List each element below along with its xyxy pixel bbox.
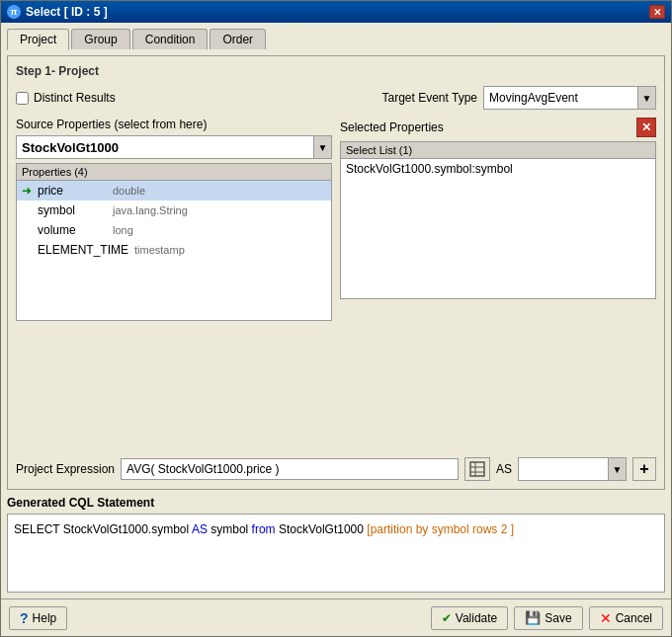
prop-type-symbol: java.lang.String	[113, 204, 188, 216]
cancel-button[interactable]: ✕ Cancel	[589, 606, 663, 630]
help-button[interactable]: ? Help	[9, 606, 67, 630]
source-dropdown-arrow[interactable]: ▼	[313, 136, 331, 158]
cancel-icon: ✕	[600, 610, 612, 626]
tab-order[interactable]: Order	[210, 29, 266, 49]
expression-label: Project Expression	[16, 462, 115, 476]
table-icon	[469, 461, 485, 477]
tab-project[interactable]: Project	[7, 29, 69, 50]
prop-type-element-time: timestamp	[134, 244, 185, 256]
expression-icon-button[interactable]	[464, 457, 490, 481]
as-select-value	[519, 467, 608, 471]
step-title: Step 1- Project	[16, 64, 656, 78]
svg-rect-0	[470, 462, 484, 476]
as-label: AS	[496, 462, 512, 476]
selected-item-empty2	[341, 199, 655, 218]
property-row-empty1	[17, 260, 331, 279]
close-button[interactable]: ✕	[649, 5, 665, 19]
selected-item-0[interactable]: StockVolGt1000.symbol:symbol	[341, 159, 655, 179]
as-select-container[interactable]: ▼	[518, 457, 627, 481]
footer-right: ✔ Validate 💾 Save ✕ Cancel	[431, 606, 663, 630]
properties-container: Properties (4) ➜ price double ➜ symbol j…	[16, 163, 332, 321]
source-dropdown-container[interactable]: StockVolGt1000 ▼	[16, 135, 332, 159]
property-row-volume[interactable]: ➜ volume long	[17, 220, 331, 240]
selected-container: Select List (1) StockVolGt1000.symbol:sy…	[340, 141, 656, 299]
cql-text: SELECT StockVolGt1000.symbol AS symbol f…	[14, 522, 514, 536]
main-window: π Select [ ID : 5 ] ✕ Project Group Cond…	[0, 0, 672, 637]
window-title: Select [ ID : 5 ]	[26, 5, 108, 19]
tab-condition[interactable]: Condition	[132, 29, 209, 49]
help-icon: ?	[20, 610, 29, 626]
prop-name-element-time: ELEMENT_TIME	[38, 243, 128, 257]
property-row-empty3	[17, 299, 331, 319]
source-side: Source Properties (select from here) Sto…	[16, 118, 332, 449]
selected-list-header: Select List (1)	[341, 142, 655, 159]
cql-text-box: SELECT StockVolGt1000.symbol AS symbol f…	[7, 514, 665, 593]
save-icon: 💾	[525, 610, 541, 625]
selected-item-empty1	[341, 179, 655, 199]
cql-section: Generated CQL Statement SELECT StockVolG…	[7, 496, 665, 593]
distinct-results-container: Distinct Results	[16, 91, 116, 105]
source-dropdown-value: StockVolGt1000	[17, 138, 313, 157]
selected-side: Selected Properties ✕ Select List (1) St…	[340, 118, 656, 449]
property-row-symbol[interactable]: ➜ symbol java.lang.String	[17, 200, 331, 220]
target-event-label: Target Event Type	[381, 91, 477, 105]
target-event-section: Target Event Type MovingAvgEvent ▼	[381, 86, 656, 110]
validate-button[interactable]: ✔ Validate	[431, 606, 508, 630]
tab-bar: Project Group Condition Order	[7, 29, 665, 49]
save-button[interactable]: 💾 Save	[514, 606, 582, 630]
title-bar: π Select [ ID : 5 ] ✕	[1, 1, 671, 23]
save-label: Save	[545, 611, 571, 625]
distinct-results-checkbox[interactable]	[16, 92, 29, 105]
target-event-value: MovingAvgEvent	[484, 89, 637, 107]
selected-panel-header: Selected Properties ✕	[340, 118, 656, 137]
options-row: Distinct Results Target Event Type Movin…	[16, 86, 656, 110]
properties-area: Source Properties (select from here) Sto…	[16, 118, 656, 449]
delete-button[interactable]: ✕	[636, 118, 656, 137]
validate-icon: ✔	[442, 611, 452, 625]
selected-item-empty3	[341, 218, 655, 238]
property-row-empty2	[17, 279, 331, 299]
prop-name-volume: volume	[38, 223, 107, 237]
expression-row: Project Expression AS ▼ +	[16, 457, 656, 481]
prop-name-price: price	[38, 184, 107, 198]
selected-label: Selected Properties	[340, 120, 444, 134]
properties-header: Properties (4)	[17, 164, 331, 181]
prop-type-price: double	[113, 185, 145, 197]
target-event-select[interactable]: MovingAvgEvent ▼	[483, 86, 656, 110]
selected-item-empty5	[341, 258, 655, 278]
footer: ? Help ✔ Validate 💾 Save ✕ Cancel	[1, 598, 671, 636]
distinct-results-label: Distinct Results	[34, 91, 116, 105]
property-row-price[interactable]: ➜ price double	[17, 181, 331, 200]
prop-type-volume: long	[113, 224, 133, 236]
add-expression-button[interactable]: +	[632, 457, 656, 481]
property-row-element-time[interactable]: ➜ ELEMENT_TIME timestamp	[17, 240, 331, 260]
content-area: Project Group Condition Order Step 1- Pr…	[1, 23, 671, 598]
expression-input[interactable]	[121, 458, 459, 480]
cancel-label: Cancel	[616, 611, 652, 625]
window-icon: π	[7, 5, 21, 19]
help-label: Help	[33, 611, 57, 625]
title-bar-left: π Select [ ID : 5 ]	[7, 5, 108, 19]
as-select-arrow[interactable]: ▼	[608, 458, 626, 480]
main-panel: Step 1- Project Distinct Results Target …	[7, 55, 665, 490]
cql-label: Generated CQL Statement	[7, 496, 665, 510]
source-label: Source Properties (select from here)	[16, 118, 332, 131]
arrow-icon-price: ➜	[22, 184, 32, 198]
validate-label: Validate	[456, 611, 497, 625]
selected-item-empty4	[341, 238, 655, 258]
tab-group[interactable]: Group	[71, 29, 129, 49]
target-event-arrow[interactable]: ▼	[637, 87, 655, 109]
prop-name-symbol: symbol	[38, 203, 107, 217]
